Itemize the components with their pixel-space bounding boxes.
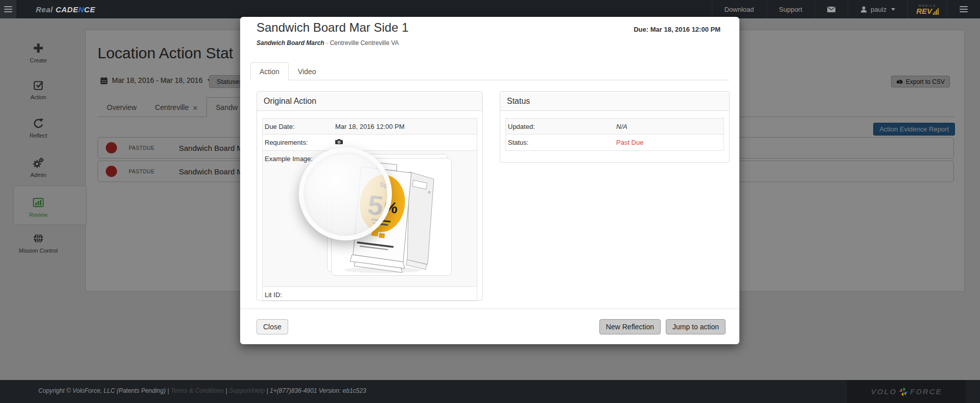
example-image-row: Example Image: bbox=[262, 151, 477, 287]
modal-due-date: Due: Mar 18, 2016 12:00 PM bbox=[634, 26, 720, 33]
voloforce-logo-volo: VOLO bbox=[871, 387, 897, 396]
jump-to-action-button[interactable]: Jump to action bbox=[666, 319, 726, 334]
envelope-icon bbox=[827, 7, 835, 12]
rev-logo-main-text: REV bbox=[916, 7, 932, 15]
page-footer: Copyright © VoloForce, LLC (Patents Pend… bbox=[0, 380, 980, 403]
lit-id-value bbox=[332, 287, 477, 301]
brand-cadence-post: CE bbox=[84, 5, 96, 14]
support-help-link[interactable]: Support/Help bbox=[229, 387, 265, 394]
lit-id-label: Lit ID: bbox=[263, 287, 332, 301]
new-reflection-button[interactable]: New Reflection bbox=[599, 319, 661, 334]
support-link[interactable]: Support bbox=[766, 0, 815, 18]
status-value: Past Due bbox=[613, 135, 724, 150]
user-name: paulz bbox=[871, 6, 886, 13]
nav-menu-button[interactable] bbox=[947, 0, 980, 18]
action-detail-modal: Sandwich Board Mar Side 1 Sandwich Board… bbox=[240, 17, 739, 344]
requirements-label: Requirements: bbox=[263, 135, 332, 150]
modal-tab-video[interactable]: Video bbox=[289, 62, 325, 80]
support-label: Support bbox=[779, 6, 803, 13]
hamburger-icon bbox=[960, 5, 968, 14]
footer-separator: | bbox=[266, 387, 268, 394]
updated-value: N/A bbox=[613, 119, 724, 134]
modal-title: Sandwich Board Mar Side 1 bbox=[256, 20, 409, 35]
voloforce-logo-force: FORCE bbox=[910, 387, 942, 396]
navbar-right-group: Download Support paulz MOBILE REV bbox=[712, 0, 980, 18]
due-date-value: Mar 18, 2016 12:00 PM bbox=[332, 119, 477, 134]
modal-subtitle: Sandwich Board March · Centreville Centr… bbox=[256, 39, 399, 47]
brand-logo[interactable]: Real CADENCE bbox=[36, 0, 95, 18]
camera-icon bbox=[335, 139, 343, 145]
voloforce-logo: VOLO FORCE bbox=[847, 380, 966, 403]
due-date-label: Due Date: bbox=[263, 119, 332, 134]
modal-tab-action[interactable]: Action bbox=[250, 62, 289, 80]
caret-down-icon bbox=[891, 8, 895, 11]
rev-logo-bars bbox=[933, 8, 939, 15]
lit-id-row: Lit ID: bbox=[262, 287, 477, 301]
footer-separator: | bbox=[226, 387, 227, 394]
brand-cadence-text: CADENCE bbox=[56, 5, 96, 14]
location-name: Centreville Centreville VA bbox=[330, 39, 399, 47]
brand-cadence-n: N bbox=[78, 5, 84, 14]
magnifier-overlay bbox=[299, 147, 392, 240]
status-panel-heading: Status bbox=[500, 92, 729, 111]
top-navbar: Real CADENCE Download Support paulz MOBI… bbox=[0, 0, 980, 18]
messages-button[interactable] bbox=[814, 0, 848, 18]
phone-version-text: 1+(877)836-4901 Version: eb1c523 bbox=[270, 387, 366, 394]
close-button[interactable]: Close bbox=[256, 319, 288, 334]
user-icon bbox=[860, 6, 867, 13]
due-date-row: Due Date: Mar 18, 2016 12:00 PM bbox=[262, 118, 477, 135]
original-action-panel: Original Action Due Date: Mar 18, 2016 1… bbox=[256, 91, 483, 301]
brand-real-text: Real bbox=[36, 5, 53, 14]
updated-row: Updated: N/A bbox=[505, 118, 724, 135]
hamburger-icon bbox=[4, 5, 12, 14]
modal-footer: Close New Reflection Jump to action bbox=[240, 308, 739, 344]
download-label: Download bbox=[725, 6, 754, 13]
updated-label: Updated: bbox=[506, 119, 613, 134]
subtitle-separator: · bbox=[326, 39, 328, 47]
status-row: Status: Past Due bbox=[505, 135, 724, 151]
app-root: Real CADENCE Download Support paulz MOBI… bbox=[0, 0, 980, 403]
original-action-heading: Original Action bbox=[257, 92, 482, 111]
voloforce-pinwheel-icon bbox=[898, 386, 909, 397]
terms-link[interactable]: Terms & Conditions bbox=[171, 387, 224, 394]
sidebar-toggle-button[interactable] bbox=[0, 0, 16, 18]
footer-copyright: Copyright © VoloForce, LLC (Patents Pend… bbox=[38, 387, 366, 394]
status-panel: Status Updated: N/A Status: Past Due bbox=[500, 91, 730, 163]
copyright-text: Copyright © VoloForce, LLC (Patents Pend… bbox=[38, 387, 169, 394]
user-menu[interactable]: paulz bbox=[848, 0, 907, 18]
status-label: Status: bbox=[506, 135, 613, 150]
download-link[interactable]: Download bbox=[712, 0, 766, 18]
brand-cadence-pre: CADE bbox=[56, 5, 79, 14]
mobile-rev-logo: MOBILE REV bbox=[907, 0, 947, 18]
requirements-row: Requirements: bbox=[262, 135, 477, 151]
program-name: Sandwich Board March bbox=[256, 39, 324, 47]
modal-tabs: Action Video bbox=[250, 62, 729, 80]
